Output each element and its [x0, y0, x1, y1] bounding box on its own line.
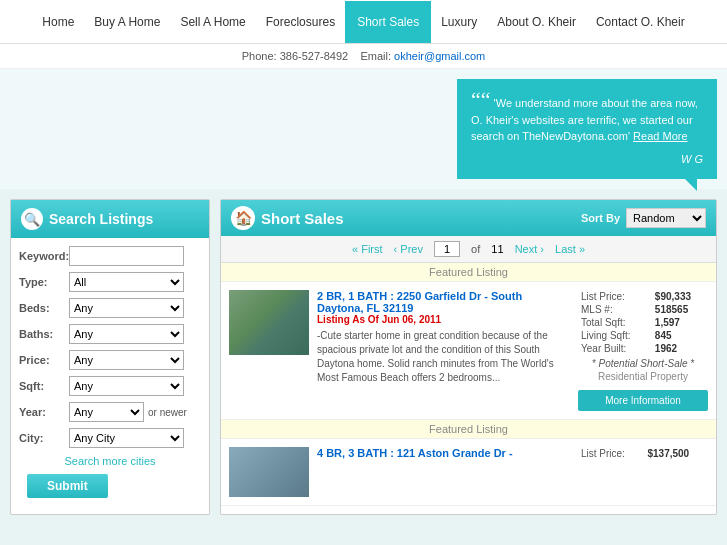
type-select[interactable]: All Residential Commercial — [69, 272, 184, 292]
price-select[interactable]: Any$50,000$100,000$200,000$500,000 — [69, 350, 184, 370]
list-price-1: $90,333 — [652, 290, 708, 303]
year-built-1: 1962 — [652, 342, 708, 355]
quote-box: ““ 'We understand more about the area no… — [457, 79, 717, 179]
listings-panel: 🏠 Short Sales Sort By Random Price Low-H… — [220, 199, 717, 515]
listing-as-of-1: Listing As Of — [317, 314, 379, 325]
listing-info-1: 2 BR, 1 BATH : 2250 Garfield Dr - South … — [317, 290, 570, 411]
listing-desc-1: -Cute starter home in great condition be… — [317, 329, 570, 385]
sqft-select[interactable]: Any500100015002000 — [69, 376, 184, 396]
listings-title: Short Sales — [261, 210, 344, 227]
beds-select[interactable]: Any12345+ — [69, 298, 184, 318]
search-more-cities-link[interactable]: Search more cities — [64, 455, 155, 467]
email-link[interactable]: okheir@gmail.com — [394, 50, 485, 62]
navigation: Home Buy A Home Sell A Home Foreclosures… — [0, 0, 727, 44]
read-more-link[interactable]: Read More — [633, 130, 687, 142]
price-label: Price: — [19, 354, 69, 366]
nav-short-sales[interactable]: Short Sales — [345, 1, 431, 43]
mls-label-1: MLS #: — [578, 303, 652, 316]
total-sqft-label-1: Total Sqft: — [578, 316, 652, 329]
search-panel-header: 🔍 Search Listings — [11, 200, 209, 238]
year-row: Year: Any1990200020052010 or newer — [19, 402, 201, 422]
listing-date-1: Listing As Of Jun 06, 2011 — [317, 314, 570, 325]
baths-row: Baths: Any1234+ — [19, 324, 201, 344]
nav-home[interactable]: Home — [32, 1, 84, 43]
keyword-input[interactable] — [69, 246, 184, 266]
page-input[interactable] — [434, 241, 460, 257]
potential-short-sale-1: * Potential Short-Sale * — [578, 358, 708, 369]
baths-select[interactable]: Any1234+ — [69, 324, 184, 344]
listings-icon: 🏠 — [231, 206, 255, 230]
quote-mark: ““ — [471, 87, 491, 112]
sort-by-label: Sort By — [581, 212, 620, 224]
city-label: City: — [19, 432, 69, 444]
keyword-label: Keyword: — [19, 250, 69, 262]
search-form: Keyword: Type: All Residential Commercia… — [11, 238, 209, 514]
main-content: 🔍 Search Listings Keyword: Type: All Res… — [0, 189, 727, 525]
residential-label-1: Residential Property — [578, 369, 708, 384]
type-row: Type: All Residential Commercial — [19, 272, 201, 292]
nav-sell[interactable]: Sell A Home — [170, 1, 255, 43]
living-sqft-label-1: Living Sqft: — [578, 329, 652, 342]
year-built-label-1: Year Built: — [578, 342, 652, 355]
featured-label-1: Featured Listing — [221, 263, 716, 282]
price-row: Price: Any$50,000$100,000$200,000$500,00… — [19, 350, 201, 370]
listing-address-link-1[interactable]: 2 BR, 1 BATH : 2250 Garfield Dr - South … — [317, 290, 522, 314]
listing-stats-1: List Price:$90,333 MLS #:518565 Total Sq… — [578, 290, 708, 411]
or-newer-text: or newer — [148, 407, 187, 418]
total-sqft-1: 1,597 — [652, 316, 708, 329]
header-area: ““ 'We understand more about the area no… — [0, 69, 727, 189]
type-label: Type: — [19, 276, 69, 288]
listing-address-link-2[interactable]: 4 BR, 3 BATH : 121 Aston Grande Dr - — [317, 447, 513, 459]
sqft-label: Sqft: — [19, 380, 69, 392]
sort-area: Sort By Random Price Low-High Price High… — [581, 208, 706, 228]
sort-select[interactable]: Random Price Low-High Price High-Low New… — [626, 208, 706, 228]
listing-item-2: 4 BR, 3 BATH : 121 Aston Grande Dr - Lis… — [221, 439, 716, 506]
list-price-2: $137,500 — [644, 447, 708, 460]
nav-foreclosures[interactable]: Foreclosures — [256, 1, 345, 43]
more-info-button-1[interactable]: More Information — [578, 390, 708, 411]
next-page-link[interactable]: Next › — [515, 243, 544, 255]
baths-label: Baths: — [19, 328, 69, 340]
quote-tail — [685, 179, 697, 191]
city-row: City: Any City Daytona Beach South Dayto… — [19, 428, 201, 448]
list-price-label-1: List Price: — [578, 290, 652, 303]
listing-date-value-1: Jun 06, 2011 — [382, 314, 441, 325]
search-panel-title: Search Listings — [49, 211, 153, 227]
listing-thumb-1 — [229, 290, 309, 355]
city-select[interactable]: Any City Daytona Beach South Daytona Por… — [69, 428, 184, 448]
beds-row: Beds: Any12345+ — [19, 298, 201, 318]
total-pages: 11 — [491, 243, 503, 255]
email-label: Email: — [360, 50, 391, 62]
beds-label: Beds: — [19, 302, 69, 314]
phone-label: Phone: — [242, 50, 277, 62]
last-page-link[interactable]: Last » — [555, 243, 585, 255]
pagination: « First ‹ Prev of 11 Next › Last » — [221, 236, 716, 263]
search-more-cities-link-area: Search more cities — [19, 454, 201, 468]
listing-address-2: 4 BR, 3 BATH : 121 Aston Grande Dr - — [317, 447, 570, 459]
featured-label-2: Featured Listing — [221, 420, 716, 439]
submit-button[interactable]: Submit — [27, 474, 108, 498]
listing-address-1: 2 BR, 1 BATH : 2250 Garfield Dr - South … — [317, 290, 570, 314]
listing-thumb-2 — [229, 447, 309, 497]
year-select[interactable]: Any1990200020052010 — [69, 402, 144, 422]
list-price-label-2: List Price: — [578, 447, 644, 460]
nav-contact[interactable]: Contact O. Kheir — [586, 1, 695, 43]
contact-bar: Phone: 386-527-8492 Email: okheir@gmail.… — [0, 44, 727, 69]
listing-info-2: 4 BR, 3 BATH : 121 Aston Grande Dr - — [317, 447, 570, 497]
prev-page-link[interactable]: ‹ Prev — [394, 243, 423, 255]
nav-luxury[interactable]: Luxury — [431, 1, 487, 43]
mls-1: 518565 — [652, 303, 708, 316]
listing-item-1: 2 BR, 1 BATH : 2250 Garfield Dr - South … — [221, 282, 716, 420]
listings-title-area: 🏠 Short Sales — [231, 206, 344, 230]
listings-header: 🏠 Short Sales Sort By Random Price Low-H… — [221, 200, 716, 236]
nav-about[interactable]: About O. Kheir — [487, 1, 586, 43]
of-text: of — [471, 243, 480, 255]
phone-number: 386-527-8492 — [280, 50, 349, 62]
nav-buy[interactable]: Buy A Home — [84, 1, 170, 43]
sqft-row: Sqft: Any500100015002000 — [19, 376, 201, 396]
first-page-link[interactable]: « First — [352, 243, 383, 255]
listing-image-1[interactable] — [229, 290, 309, 355]
search-icon: 🔍 — [21, 208, 43, 230]
quote-author: W G — [471, 151, 703, 168]
year-label: Year: — [19, 406, 69, 418]
